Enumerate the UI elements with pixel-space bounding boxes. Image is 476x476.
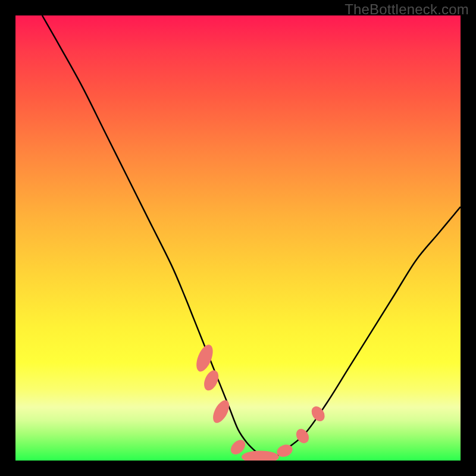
curve-marker	[209, 397, 232, 425]
chart-frame: TheBottleneck.com	[0, 0, 476, 476]
chart-svg	[15, 15, 461, 461]
marker-group	[193, 343, 328, 461]
watermark-text: TheBottleneck.com	[345, 1, 469, 18]
curve-marker	[242, 451, 279, 461]
bottleneck-curve	[42, 15, 461, 459]
plot-area	[15, 15, 461, 461]
curve-marker	[193, 343, 217, 374]
